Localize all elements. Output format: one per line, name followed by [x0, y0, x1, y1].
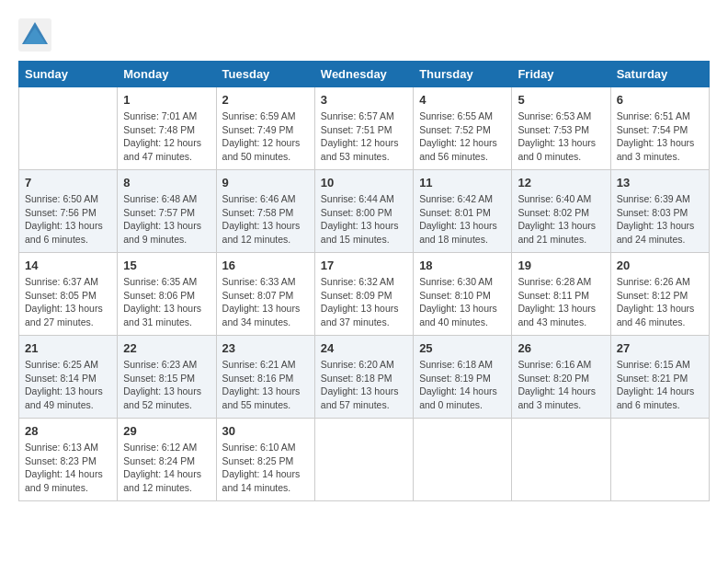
day-number: 21: [25, 341, 111, 355]
day-info: Sunrise: 6:25 AM Sunset: 8:14 PM Dayligh…: [25, 358, 111, 412]
day-info: Sunrise: 6:53 AM Sunset: 7:53 PM Dayligh…: [518, 109, 604, 164]
calendar-cell: 9Sunrise: 6:46 AM Sunset: 7:58 PM Daylig…: [216, 170, 314, 253]
calendar-week-row: 1Sunrise: 7:01 AM Sunset: 7:48 PM Daylig…: [19, 87, 710, 170]
day-number: 15: [123, 259, 210, 272]
calendar-cell: [19, 87, 118, 170]
day-number: 14: [25, 259, 111, 272]
weekday-header: Tuesday: [216, 62, 314, 87]
calendar-cell: 24Sunrise: 6:20 AM Sunset: 8:18 PM Dayli…: [314, 336, 413, 419]
calendar-cell: 11Sunrise: 6:42 AM Sunset: 8:01 PM Dayli…: [414, 170, 512, 253]
day-number: 20: [617, 259, 703, 272]
day-number: 9: [222, 176, 309, 190]
day-info: Sunrise: 6:39 AM Sunset: 8:03 PM Dayligh…: [617, 192, 703, 247]
day-info: Sunrise: 6:35 AM Sunset: 8:06 PM Dayligh…: [123, 275, 210, 329]
day-number: 8: [123, 176, 210, 190]
weekday-header: Monday: [118, 62, 216, 87]
day-info: Sunrise: 6:15 AM Sunset: 8:21 PM Dayligh…: [617, 358, 703, 412]
calendar-cell: 26Sunrise: 6:16 AM Sunset: 8:20 PM Dayli…: [512, 336, 610, 419]
day-number: 29: [123, 424, 210, 438]
day-info: Sunrise: 6:28 AM Sunset: 8:11 PM Dayligh…: [518, 275, 604, 329]
day-number: 7: [25, 176, 111, 190]
day-info: Sunrise: 6:13 AM Sunset: 8:23 PM Dayligh…: [25, 441, 111, 495]
logo: [18, 18, 51, 52]
day-info: Sunrise: 6:23 AM Sunset: 8:15 PM Dayligh…: [123, 358, 210, 412]
day-number: 19: [518, 259, 604, 272]
calendar-cell: 15Sunrise: 6:35 AM Sunset: 8:06 PM Dayli…: [118, 253, 216, 336]
calendar-cell: 16Sunrise: 6:33 AM Sunset: 8:07 PM Dayli…: [216, 253, 314, 336]
calendar-cell: [610, 419, 709, 501]
day-number: 3: [321, 93, 407, 107]
day-number: 22: [123, 341, 210, 355]
calendar-cell: 23Sunrise: 6:21 AM Sunset: 8:16 PM Dayli…: [216, 336, 314, 419]
day-number: 18: [419, 259, 506, 272]
calendar-cell: 27Sunrise: 6:15 AM Sunset: 8:21 PM Dayli…: [610, 336, 709, 419]
day-number: 17: [321, 259, 407, 272]
calendar-cell: 12Sunrise: 6:40 AM Sunset: 8:02 PM Dayli…: [512, 170, 610, 253]
calendar-cell: 10Sunrise: 6:44 AM Sunset: 8:00 PM Dayli…: [314, 170, 413, 253]
day-number: 16: [222, 259, 309, 272]
calendar-cell: [314, 419, 413, 501]
day-info: Sunrise: 6:48 AM Sunset: 7:57 PM Dayligh…: [123, 192, 210, 247]
day-number: 25: [419, 341, 506, 355]
day-info: Sunrise: 6:42 AM Sunset: 8:01 PM Dayligh…: [419, 192, 506, 247]
day-info: Sunrise: 6:46 AM Sunset: 7:58 PM Dayligh…: [222, 192, 309, 247]
day-info: Sunrise: 6:55 AM Sunset: 7:52 PM Dayligh…: [419, 109, 506, 164]
day-info: Sunrise: 6:37 AM Sunset: 8:05 PM Dayligh…: [25, 275, 111, 329]
calendar-cell: 28Sunrise: 6:13 AM Sunset: 8:23 PM Dayli…: [19, 419, 118, 501]
calendar-cell: [512, 419, 610, 501]
day-info: Sunrise: 6:44 AM Sunset: 8:00 PM Dayligh…: [321, 192, 407, 247]
day-number: 30: [222, 424, 309, 438]
calendar-week-row: 14Sunrise: 6:37 AM Sunset: 8:05 PM Dayli…: [19, 253, 710, 336]
calendar-week-row: 21Sunrise: 6:25 AM Sunset: 8:14 PM Dayli…: [19, 336, 710, 419]
day-number: 2: [222, 93, 309, 107]
day-number: 5: [518, 93, 604, 107]
calendar-week-row: 7Sunrise: 6:50 AM Sunset: 7:56 PM Daylig…: [19, 170, 710, 253]
calendar-cell: 22Sunrise: 6:23 AM Sunset: 8:15 PM Dayli…: [118, 336, 216, 419]
day-info: Sunrise: 6:12 AM Sunset: 8:24 PM Dayligh…: [123, 441, 210, 495]
calendar-cell: [414, 419, 512, 501]
day-number: 24: [321, 341, 407, 355]
day-number: 6: [617, 93, 703, 107]
day-number: 23: [222, 341, 309, 355]
day-number: 26: [518, 341, 604, 355]
day-number: 28: [25, 424, 111, 438]
day-number: 12: [518, 176, 604, 190]
day-info: Sunrise: 6:26 AM Sunset: 8:12 PM Dayligh…: [617, 275, 703, 329]
calendar-cell: 20Sunrise: 6:26 AM Sunset: 8:12 PM Dayli…: [610, 253, 709, 336]
weekday-header: Friday: [512, 62, 610, 87]
calendar-cell: 1Sunrise: 7:01 AM Sunset: 7:48 PM Daylig…: [118, 87, 216, 170]
header-row: SundayMondayTuesdayWednesdayThursdayFrid…: [19, 62, 710, 87]
day-info: Sunrise: 6:57 AM Sunset: 7:51 PM Dayligh…: [321, 109, 407, 164]
logo-icon: [18, 18, 51, 52]
day-info: Sunrise: 6:18 AM Sunset: 8:19 PM Dayligh…: [419, 358, 506, 412]
calendar-cell: 19Sunrise: 6:28 AM Sunset: 8:11 PM Dayli…: [512, 253, 610, 336]
day-number: 11: [419, 176, 506, 190]
day-info: Sunrise: 6:33 AM Sunset: 8:07 PM Dayligh…: [222, 275, 309, 329]
calendar-cell: 21Sunrise: 6:25 AM Sunset: 8:14 PM Dayli…: [19, 336, 118, 419]
weekday-header: Saturday: [610, 62, 709, 87]
calendar-cell: 7Sunrise: 6:50 AM Sunset: 7:56 PM Daylig…: [19, 170, 118, 253]
day-number: 1: [123, 93, 210, 107]
day-number: 4: [419, 93, 506, 107]
day-info: Sunrise: 6:30 AM Sunset: 8:10 PM Dayligh…: [419, 275, 506, 329]
calendar-cell: 6Sunrise: 6:51 AM Sunset: 7:54 PM Daylig…: [610, 87, 709, 170]
day-info: Sunrise: 6:21 AM Sunset: 8:16 PM Dayligh…: [222, 358, 309, 412]
day-info: Sunrise: 7:01 AM Sunset: 7:48 PM Dayligh…: [123, 109, 210, 164]
calendar-cell: 2Sunrise: 6:59 AM Sunset: 7:49 PM Daylig…: [216, 87, 314, 170]
weekday-header: Wednesday: [314, 62, 413, 87]
day-number: 10: [321, 176, 407, 190]
calendar-cell: 5Sunrise: 6:53 AM Sunset: 7:53 PM Daylig…: [512, 87, 610, 170]
calendar-table: SundayMondayTuesdayWednesdayThursdayFrid…: [18, 61, 710, 501]
calendar-cell: 29Sunrise: 6:12 AM Sunset: 8:24 PM Dayli…: [118, 419, 216, 501]
calendar-cell: 3Sunrise: 6:57 AM Sunset: 7:51 PM Daylig…: [314, 87, 413, 170]
weekday-header: Thursday: [414, 62, 512, 87]
day-info: Sunrise: 6:51 AM Sunset: 7:54 PM Dayligh…: [617, 109, 703, 164]
calendar-week-row: 28Sunrise: 6:13 AM Sunset: 8:23 PM Dayli…: [19, 419, 710, 501]
calendar-cell: 13Sunrise: 6:39 AM Sunset: 8:03 PM Dayli…: [610, 170, 709, 253]
day-info: Sunrise: 6:59 AM Sunset: 7:49 PM Dayligh…: [222, 109, 309, 164]
calendar-cell: 8Sunrise: 6:48 AM Sunset: 7:57 PM Daylig…: [118, 170, 216, 253]
page-header: [18, 18, 710, 52]
day-info: Sunrise: 6:40 AM Sunset: 8:02 PM Dayligh…: [518, 192, 604, 247]
calendar-cell: 4Sunrise: 6:55 AM Sunset: 7:52 PM Daylig…: [414, 87, 512, 170]
day-info: Sunrise: 6:20 AM Sunset: 8:18 PM Dayligh…: [321, 358, 407, 412]
